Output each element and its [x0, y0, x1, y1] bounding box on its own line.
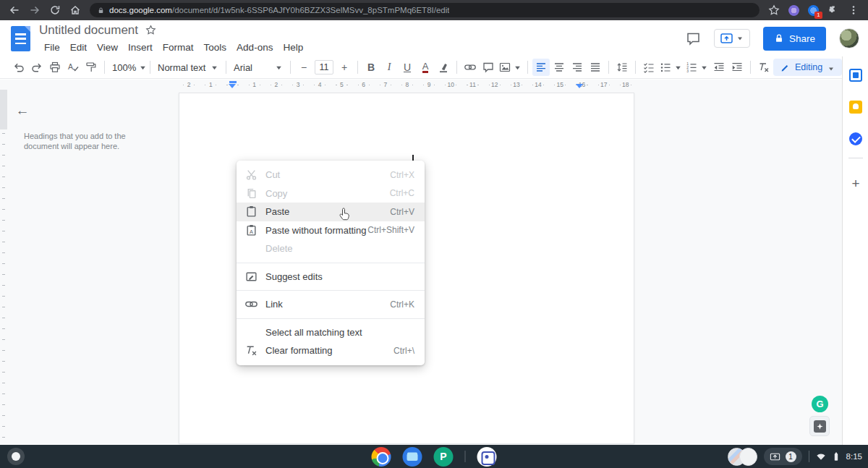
extension-icon[interactable]	[788, 5, 799, 16]
share-button[interactable]: Share	[763, 27, 826, 51]
italic-glyph: I	[388, 61, 391, 73]
toolbar-increase-indent[interactable]	[728, 59, 746, 76]
bookmark-star-icon[interactable]	[768, 4, 780, 16]
menu-addons[interactable]: Add-ons	[231, 41, 278, 54]
p-app-icon[interactable]: P	[434, 447, 454, 467]
paint-format-icon	[85, 61, 97, 73]
align-right-icon	[571, 61, 583, 73]
toolbar-styles-select[interactable]: Normal text	[155, 59, 221, 76]
toolbar-undo[interactable]	[10, 59, 27, 76]
extensions-puzzle-icon[interactable]	[827, 4, 839, 16]
address-bar[interactable]: docs.google.com/document/d/1w5nk-6SSP6AJ…	[90, 3, 760, 17]
menu-format[interactable]: Format	[158, 41, 199, 54]
present-caret-icon	[736, 35, 744, 42]
browser-menu-kebab-icon[interactable]	[848, 4, 859, 16]
ssl-lock-icon[interactable]	[97, 7, 105, 14]
files-app-icon[interactable]	[403, 447, 422, 467]
menu-tools[interactable]: Tools	[199, 41, 232, 54]
left-indent-marker[interactable]	[229, 84, 236, 88]
toolbar-align-justify[interactable]	[587, 59, 604, 76]
toolbar-underline[interactable]: U	[399, 59, 416, 76]
toolbar-font-size-value[interactable]: 11	[315, 60, 333, 75]
toolbar-bulleted-list[interactable]	[658, 59, 684, 76]
menu-help[interactable]: Help	[278, 41, 308, 54]
indent-icon	[731, 61, 743, 73]
context-menu-item-paste-without-formatting[interactable]: APaste without formattingCtrl+Shift+V	[237, 221, 425, 240]
toolbar-align-left[interactable]	[532, 59, 550, 76]
toolbar-font-size-increase[interactable]: +	[336, 59, 353, 76]
toolbar-line-spacing[interactable]	[613, 59, 631, 76]
toolbar-bold[interactable]: B	[362, 59, 380, 76]
explore-button[interactable]	[809, 416, 830, 436]
chrome-app-icon[interactable]	[372, 447, 391, 467]
context-menu-item-clear-formatting[interactable]: Clear formattingCtrl+\	[237, 341, 425, 360]
toolbar-decrease-indent[interactable]	[710, 59, 728, 76]
ruler-number: 10	[440, 80, 461, 90]
toolbar-text-color[interactable]: A	[417, 59, 434, 76]
menu-file[interactable]: File	[39, 41, 65, 54]
home-icon[interactable]	[69, 4, 81, 16]
present-to-meeting-button[interactable]	[714, 29, 750, 48]
context-menu-separator	[237, 318, 425, 319]
get-add-ons-plus-icon[interactable]: +	[848, 176, 864, 192]
toolbar-align-right[interactable]	[569, 59, 586, 76]
menu-insert[interactable]: Insert	[123, 41, 158, 54]
toolbar-print[interactable]	[46, 59, 64, 76]
notification-pill[interactable]: 1	[764, 448, 802, 465]
ruler-number: 17	[593, 80, 615, 90]
reload-icon[interactable]	[49, 4, 61, 16]
right-indent-marker[interactable]	[576, 84, 583, 88]
numbered-list-icon: 123	[686, 61, 697, 73]
toolbar-font-size-decrease[interactable]: −	[295, 59, 312, 76]
launcher-button[interactable]	[7, 448, 25, 465]
menu-edit[interactable]: Edit	[65, 41, 92, 54]
toolbar-insert-image[interactable]	[498, 59, 523, 76]
screen-capture-app-icon[interactable]	[477, 447, 497, 467]
google-tasks-icon[interactable]	[849, 132, 862, 145]
grammarly-icon[interactable]: G	[812, 396, 828, 412]
open-comments-icon[interactable]	[686, 31, 701, 46]
back-icon[interactable]	[9, 4, 20, 16]
toolbar-numbered-list[interactable]: 123	[684, 59, 710, 76]
shelf-apps: P	[372, 445, 497, 468]
toolbar-align-center[interactable]	[550, 59, 568, 76]
toolbar-insert-link[interactable]	[461, 59, 479, 76]
toolbar-font-select[interactable]: Arial	[231, 59, 286, 76]
star-document-icon[interactable]	[145, 25, 156, 35]
outdent-icon	[713, 61, 725, 73]
toolbar-italic[interactable]: I	[380, 59, 398, 76]
menu-view[interactable]: View	[92, 41, 123, 54]
google-calendar-icon[interactable]	[849, 69, 862, 82]
context-menu-item-suggest-edits[interactable]: Suggest edits	[237, 268, 425, 286]
toolbar-redo[interactable]	[28, 59, 46, 76]
forward-icon[interactable]	[29, 4, 41, 16]
toolbar-clear-formatting[interactable]	[755, 59, 773, 76]
toolbar-paint-format[interactable]	[82, 59, 100, 76]
toolbar-insert-comment[interactable]	[480, 59, 497, 76]
toolbar-highlight-color[interactable]	[435, 59, 452, 76]
tote-item[interactable]	[739, 448, 757, 466]
google-keep-icon[interactable]	[849, 101, 862, 114]
vertical-ruler	[0, 90, 7, 445]
close-outline-arrow-icon[interactable]: ←	[14, 103, 30, 119]
context-menu-item-select-all-matching-text[interactable]: Select all matching text	[237, 323, 425, 342]
context-menu-item-link[interactable]: LinkCtrl+K	[237, 295, 425, 314]
toolbar-checklist[interactable]	[640, 59, 658, 76]
ruler-number: 15	[549, 80, 571, 90]
toolbar-separator	[357, 61, 358, 74]
docs-logo[interactable]	[11, 26, 30, 51]
share-lock-icon	[774, 33, 784, 43]
document-title[interactable]: Untitled document	[39, 23, 138, 38]
holding-space-tote[interactable]	[728, 448, 757, 466]
user-avatar[interactable]	[839, 28, 859, 48]
system-tray[interactable]: 8:15	[816, 451, 862, 461]
editing-mode-button[interactable]: Editing	[773, 59, 842, 76]
chromeos-shelf: P 1 8:15	[0, 445, 868, 468]
toolbar-zoom-select[interactable]: 100%	[109, 59, 145, 76]
context-menu-item-paste[interactable]: PasteCtrl+V	[237, 203, 425, 221]
first-line-indent-marker[interactable]	[229, 81, 237, 83]
horizontal-ruler[interactable]: 21123456789101112131415161718	[0, 80, 842, 90]
toolbar-separator	[456, 61, 457, 74]
extension-badge-icon[interactable]: 1	[808, 5, 819, 16]
toolbar-spellcheck[interactable]: A	[64, 59, 82, 76]
